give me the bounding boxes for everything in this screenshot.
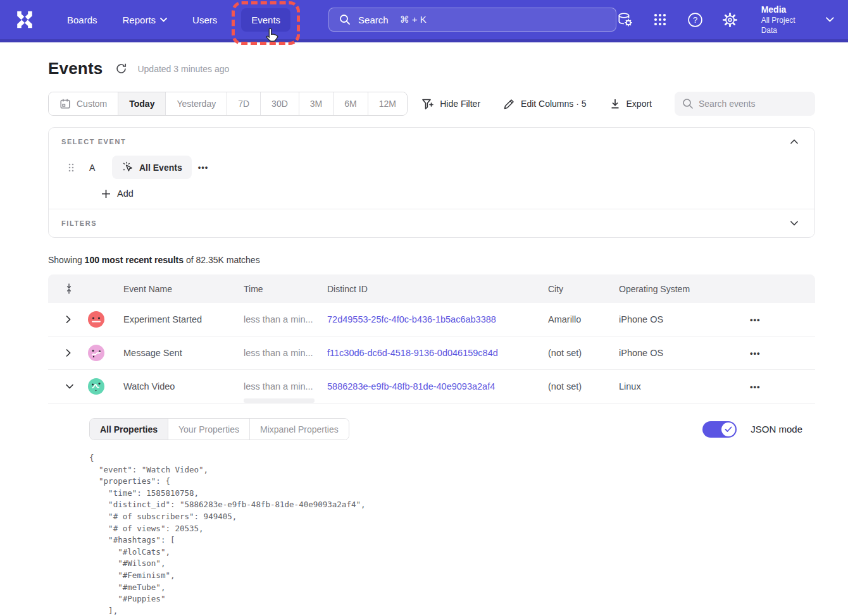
json-mode-label: JSON mode xyxy=(751,424,802,434)
date-range-6m[interactable]: 6M xyxy=(333,92,367,115)
calendar-icon xyxy=(59,98,71,109)
date-range-label: 7D xyxy=(238,99,249,109)
filters-header: FILTERS xyxy=(61,219,97,227)
event-selector-button[interactable]: All Events xyxy=(112,156,192,179)
date-range-label: Custom xyxy=(77,99,107,109)
column-header-time[interactable]: Time xyxy=(244,284,327,294)
tab-your-properties[interactable]: Your Properties xyxy=(168,419,249,440)
date-range-today[interactable]: Today xyxy=(118,92,165,115)
cell-city: Amarillo xyxy=(548,314,619,324)
nav-item-label: Events xyxy=(251,15,280,25)
check-icon xyxy=(725,426,732,433)
date-range-label: 30D xyxy=(271,99,288,109)
time-text: less than a min... xyxy=(244,381,313,391)
toggle-knob xyxy=(721,422,735,436)
cell-time: less than a min... xyxy=(244,303,327,336)
expand-filters-button[interactable] xyxy=(787,219,802,227)
event-detail-panel: All Properties Your Properties Mixpanel … xyxy=(48,403,815,616)
search-events-input[interactable] xyxy=(675,92,815,116)
cell-event-name: Message Sent xyxy=(123,348,244,358)
expand-row-button[interactable] xyxy=(48,316,87,323)
export-label: Export xyxy=(627,99,652,109)
column-header-distinct-id[interactable]: Distinct ID xyxy=(327,284,548,294)
row-more-options-button[interactable]: ••• xyxy=(750,348,761,358)
nav-item-reports[interactable]: Reports xyxy=(113,8,178,32)
cell-time: less than a min... xyxy=(244,336,327,369)
hide-filter-label: Hide Filter xyxy=(440,99,480,109)
date-range-7d[interactable]: 7D xyxy=(227,92,260,115)
cell-time: less than a min... xyxy=(244,370,327,403)
column-header-city[interactable]: City xyxy=(548,284,619,294)
help-button[interactable]: ? xyxy=(687,11,703,28)
collapse-select-event-button[interactable] xyxy=(787,138,802,145)
refresh-button[interactable] xyxy=(115,63,127,75)
more-options-icon: ••• xyxy=(750,348,761,358)
date-range-custom[interactable]: Custom xyxy=(49,92,118,115)
distinct-id-link[interactable]: 5886283e-e9fb-48fb-81de-40e9093a2af4 xyxy=(327,381,495,391)
data-management-button[interactable] xyxy=(616,11,633,28)
distinct-id-link[interactable]: 72d49553-25fc-4f0c-b436-1b5ac6ab3388 xyxy=(327,314,496,324)
cell-city: (not set) xyxy=(548,381,619,391)
date-range-label: Today xyxy=(129,99,154,109)
refresh-icon xyxy=(115,63,127,75)
cell-os: iPhone OS xyxy=(619,348,750,358)
gear-icon xyxy=(722,12,738,28)
last-updated-text: Updated 3 minutes ago xyxy=(137,64,229,74)
nav-item-events[interactable]: Events xyxy=(241,8,290,32)
distinct-id-link[interactable]: f11c30d6-dc6d-4518-9136-0d046159c84d xyxy=(327,348,498,358)
events-table: Event Name Time Distinct ID City Operati… xyxy=(48,274,815,616)
expand-row-button[interactable] xyxy=(48,349,87,357)
pencil-icon xyxy=(503,98,515,110)
row-more-options-button[interactable]: ••• xyxy=(750,382,761,391)
time-hover-indicator xyxy=(244,398,315,403)
query-builder-card: SELECT EVENT A xyxy=(48,127,815,238)
results-count: 100 most recent results xyxy=(85,255,184,265)
nav-item-boards[interactable]: Boards xyxy=(57,8,108,32)
event-more-options-button[interactable]: ••• xyxy=(192,160,215,175)
collapse-row-button[interactable] xyxy=(48,384,87,389)
date-range-yesterday[interactable]: Yesterday xyxy=(165,92,227,115)
date-range-3m[interactable]: 3M xyxy=(299,92,333,115)
events-page: Events Updated 3 minutes ago Custom Toda… xyxy=(0,42,848,616)
add-event-button[interactable]: Add xyxy=(101,188,134,199)
date-range-label: 6M xyxy=(344,99,356,109)
more-options-icon: ••• xyxy=(198,163,209,172)
json-mode-toggle[interactable] xyxy=(702,421,737,438)
date-range-12m[interactable]: 12M xyxy=(368,92,407,115)
event-json-view: { "event": "Watch Video", "properties": … xyxy=(89,452,802,616)
drag-handle-icon[interactable] xyxy=(68,163,74,173)
nav-item-users[interactable]: Users xyxy=(182,8,227,32)
cell-city: (not set) xyxy=(548,348,619,358)
sort-button[interactable] xyxy=(48,283,87,295)
table-row: Experiment Started less than a min... 72… xyxy=(48,303,815,336)
column-header-event-name[interactable]: Event Name xyxy=(123,284,244,294)
date-range-label: 3M xyxy=(310,99,322,109)
edit-columns-label: Edit Columns · 5 xyxy=(521,99,586,109)
table-header-row: Event Name Time Distinct ID City Operati… xyxy=(48,274,815,303)
chevron-right-icon xyxy=(66,349,71,357)
cell-os: iPhone OS xyxy=(619,314,750,324)
search-icon xyxy=(682,98,694,109)
chevron-right-icon xyxy=(66,316,71,323)
top-navbar: Boards Reports Users Events Search ⌘ + xyxy=(0,0,848,42)
hide-filter-button[interactable]: Hide Filter xyxy=(421,98,480,110)
apps-grid-button[interactable] xyxy=(652,11,668,28)
tab-mixpanel-properties[interactable]: Mixpanel Properties xyxy=(249,419,349,440)
export-button[interactable]: Export xyxy=(609,98,652,109)
sort-arrows-icon xyxy=(66,283,75,295)
search-shortcut: ⌘ + K xyxy=(400,14,427,25)
settings-button[interactable] xyxy=(722,11,738,28)
edit-columns-button[interactable]: Edit Columns · 5 xyxy=(503,98,586,110)
global-search-input[interactable]: Search ⌘ + K xyxy=(328,8,616,32)
mixpanel-logo-icon[interactable] xyxy=(14,9,35,30)
chevron-down-icon xyxy=(160,18,167,22)
cell-os: Linux xyxy=(619,381,750,391)
event-row: A All Events ••• xyxy=(61,156,802,179)
properties-tabs: All Properties Your Properties Mixpanel … xyxy=(89,418,349,440)
project-switcher[interactable]: Media All Project Data xyxy=(761,4,834,35)
row-more-options-button[interactable]: ••• xyxy=(750,315,761,324)
tab-all-properties[interactable]: All Properties xyxy=(90,419,168,440)
chevron-down-icon xyxy=(790,221,798,226)
date-range-30d[interactable]: 30D xyxy=(260,92,299,115)
column-header-operating-system[interactable]: Operating System xyxy=(619,284,750,294)
